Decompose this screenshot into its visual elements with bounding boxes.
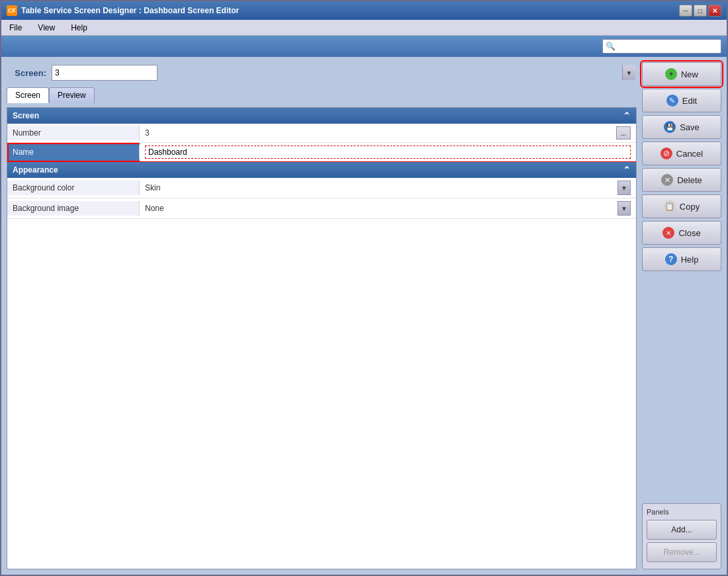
bgcolor-prop-value: Skin ▼ xyxy=(140,178,636,198)
cancel-label: Cancel xyxy=(676,149,703,159)
menu-help[interactable]: Help xyxy=(68,22,90,34)
help-button[interactable]: ? Help xyxy=(642,247,721,271)
copy-icon: 📋 xyxy=(664,200,676,212)
bgcolor-property-row: Background color Skin ▼ xyxy=(7,178,636,198)
bgcolor-select-wrapper: Skin ▼ xyxy=(145,181,631,195)
panels-title: Panels xyxy=(647,508,717,516)
bgimage-dropdown-arrow[interactable]: ▼ xyxy=(617,201,631,216)
add-panel-button[interactable]: Add... xyxy=(647,520,717,540)
remove-panel-label: Remove... xyxy=(664,548,700,557)
cancel-icon: ⊘ xyxy=(660,147,672,159)
close-icon: ✕ xyxy=(662,227,674,239)
add-panel-label: Add... xyxy=(671,525,692,534)
maximize-button[interactable]: □ xyxy=(694,5,707,17)
screen-dropdown-arrow[interactable]: ▼ xyxy=(622,65,635,80)
cancel-button[interactable]: ⊘ Cancel xyxy=(642,142,721,165)
menu-file[interactable]: File xyxy=(7,22,24,34)
bgimage-prop-name: Background image xyxy=(7,201,140,216)
appearance-section-collapse[interactable]: ⌃ xyxy=(623,165,631,175)
panels-group: Panels Add... Remove... xyxy=(642,503,721,569)
screen-dropdown-wrapper: ▼ xyxy=(52,65,637,81)
search-box[interactable]: 🔍 xyxy=(602,39,721,54)
name-property-row[interactable]: Name xyxy=(7,143,636,162)
new-button[interactable]: + New xyxy=(642,62,721,86)
screen-section-collapse[interactable]: ⌃ xyxy=(623,110,631,121)
bgimage-property-row: Background image None ▼ xyxy=(7,198,636,219)
bgimage-value: None xyxy=(145,204,617,213)
window-controls: ─ □ ✕ xyxy=(679,5,721,17)
menu-bar: File View Help xyxy=(1,20,727,36)
name-prop-value xyxy=(140,143,636,161)
save-button[interactable]: 💾 Save xyxy=(642,115,721,139)
edit-icon: ✎ xyxy=(666,95,678,106)
tabs-container: Screen Preview xyxy=(7,87,637,103)
copy-button[interactable]: 📋 Copy xyxy=(642,194,721,218)
bgcolor-dropdown-arrow[interactable]: ▼ xyxy=(617,181,631,195)
save-icon: 💾 xyxy=(664,121,676,133)
number-ellipsis-button[interactable]: ... xyxy=(616,126,631,140)
new-label: New xyxy=(681,69,698,79)
screen-section-header: Screen ⌃ xyxy=(7,108,636,124)
minimize-button[interactable]: ─ xyxy=(679,5,692,17)
right-panel: + New ✎ Edit 💾 Save ⊘ Cancel ✕ Delete xyxy=(642,62,721,569)
menu-view[interactable]: View xyxy=(35,22,58,34)
screen-label: Screen: xyxy=(7,68,46,78)
copy-label: Copy xyxy=(680,202,700,212)
delete-button[interactable]: ✕ Delete xyxy=(642,168,721,192)
tab-screen[interactable]: Screen xyxy=(7,87,49,103)
help-label: Help xyxy=(681,255,699,265)
new-icon: + xyxy=(665,68,677,80)
search-icon: 🔍 xyxy=(606,42,615,51)
help-icon: ? xyxy=(665,253,677,265)
save-label: Save xyxy=(680,122,700,132)
bgimage-prop-value: None ▼ xyxy=(140,198,636,218)
delete-label: Delete xyxy=(677,175,702,185)
number-prop-value: 3 ... xyxy=(140,124,636,142)
title-bar: CF Table Service Screen Designer : Dashb… xyxy=(1,1,727,20)
app-icon: CF xyxy=(7,5,17,16)
edit-label: Edit xyxy=(682,96,697,106)
screen-section-title: Screen xyxy=(13,111,39,120)
editor-panel: Screen ⌃ Number 3 ... Name xyxy=(7,107,637,569)
appearance-section-header: Appearance ⌃ xyxy=(7,162,636,178)
toolbar: 🔍 xyxy=(1,36,727,57)
name-input-field[interactable] xyxy=(145,145,631,159)
edit-button[interactable]: ✎ Edit xyxy=(642,89,721,112)
number-property-row: Number 3 ... xyxy=(7,124,636,143)
remove-panel-button[interactable]: Remove... xyxy=(647,542,717,562)
main-window: CF Table Service Screen Designer : Dashb… xyxy=(0,0,728,576)
left-panel: Screen: ▼ Screen Preview Screen ⌃ xyxy=(7,62,637,569)
appearance-section-title: Appearance xyxy=(13,165,58,175)
screen-input[interactable] xyxy=(52,65,158,81)
delete-icon: ✕ xyxy=(661,174,673,186)
close-window-button[interactable]: ✕ xyxy=(708,5,721,17)
window-title: Table Service Screen Designer : Dashboar… xyxy=(21,6,679,15)
close-label: Close xyxy=(678,228,700,238)
number-prop-name: Number xyxy=(7,126,140,140)
name-prop-name: Name xyxy=(7,145,140,159)
main-content: Screen: ▼ Screen Preview Screen ⌃ xyxy=(1,57,727,575)
screen-selector-row: Screen: ▼ xyxy=(7,62,637,83)
bgimage-select-wrapper: None ▼ xyxy=(145,201,631,216)
bgcolor-prop-name: Background color xyxy=(7,181,140,195)
tab-preview[interactable]: Preview xyxy=(49,87,95,103)
close-button[interactable]: ✕ Close xyxy=(642,221,721,245)
bgcolor-value: Skin xyxy=(145,183,617,192)
